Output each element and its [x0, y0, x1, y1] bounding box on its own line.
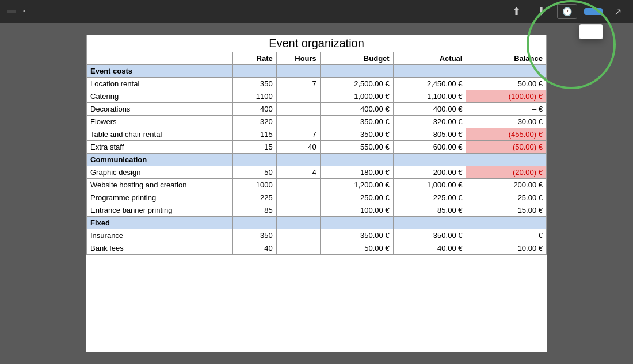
table-row: Flowers320350.00 €320.00 €30.00 € — [87, 116, 547, 128]
table-row: Graphic design504180.00 €200.00 €(20.00)… — [87, 166, 547, 179]
table-row: Website hosting and creation10001,200.00… — [87, 179, 547, 191]
header-cell-5: Balance — [466, 52, 547, 65]
topbar: • ⬆ ⬇ 🕐 ↗ — [0, 0, 633, 23]
section-row-1: Communication — [87, 154, 547, 166]
header-cell-3: Budget — [320, 52, 393, 65]
section-row-2: Fixed — [87, 217, 547, 229]
spreadsheet-container: Event organizationRateHoursBudgetActualB… — [86, 35, 547, 352]
spreadsheet-table: Event organizationRateHoursBudgetActualB… — [86, 35, 547, 255]
table-row: Insurance350350.00 €350.00 €– € — [87, 229, 547, 242]
edit-with-button[interactable] — [584, 8, 603, 15]
section-row-0: Event costs — [87, 65, 547, 78]
history-button[interactable]: 🕐 — [557, 4, 577, 19]
table-row: Table and chair rental1157350.00 €805.00… — [87, 128, 547, 141]
section-label-2: Fixed — [87, 217, 233, 229]
sheet-title: Event organization — [87, 35, 547, 52]
header-cell-2: Hours — [276, 52, 320, 65]
table-row: Location rental35072,500.00 €2,450.00 €5… — [87, 78, 547, 90]
content-area: Event organizationRateHoursBudgetActualB… — [0, 23, 633, 364]
version-label: • — [23, 7, 25, 16]
table-row: Extra staff1540550.00 €600.00 €(50.00) € — [87, 141, 547, 154]
edit-with-excel-item[interactable] — [579, 27, 603, 36]
table-row: Entrance banner printing85100.00 €85.00 … — [87, 204, 547, 217]
filename-label — [7, 10, 16, 13]
table-row: Decorations400400.00 €400.00 €– € — [87, 103, 547, 116]
header-cell-1: Rate — [232, 52, 276, 65]
upload-button[interactable]: ⬆ — [508, 3, 525, 20]
download-button[interactable]: ⬇ — [532, 3, 550, 20]
share-button[interactable]: ↗ — [609, 4, 626, 20]
section-label-1: Communication — [87, 154, 233, 166]
header-cell-0 — [87, 52, 233, 65]
edit-with-dropdown — [579, 24, 603, 39]
table-row: Bank fees4050.00 €40.00 €10.00 € — [87, 242, 547, 255]
section-label-0: Event costs — [87, 65, 233, 78]
header-cell-4: Actual — [393, 52, 466, 65]
table-row: Programme printing225250.00 €225.00 €25.… — [87, 191, 547, 204]
table-row: Catering11001,000.00 €1,100.00 €(100.00)… — [87, 90, 547, 103]
